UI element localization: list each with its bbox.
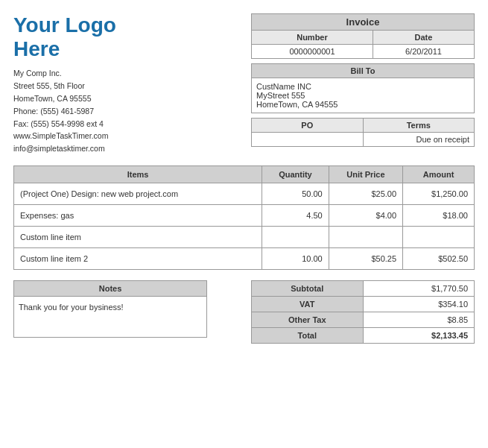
item-description: Custom line item 2 [14, 247, 262, 269]
items-table: Items Quantity Unit Price Amount (Projec… [13, 165, 475, 270]
subtotal-label: Subtotal [252, 280, 364, 296]
item-unit-price: $4.00 [329, 204, 402, 226]
number-col-header: Number [252, 31, 373, 45]
company-address2: HomeTown, CA 95555 [13, 92, 251, 105]
item-amount [403, 226, 475, 247]
company-fax: Fax: (555) 554-9998 ext 4 [13, 118, 251, 130]
logo-line1: Your Logo [13, 13, 116, 37]
item-amount: $502.50 [403, 247, 475, 269]
notes-value: Thank you for your bysiness! [14, 296, 207, 337]
total-value: $2,133.45 [363, 327, 475, 343]
vat-label: VAT [252, 296, 364, 312]
bill-to-line1: CustName INC [256, 82, 469, 91]
bill-to-label: Bill To [252, 64, 475, 78]
bill-to-address: CustName INC MyStreet 555 HomeTown, CA 9… [252, 78, 475, 113]
logo-line2: Here [13, 37, 60, 60]
logo-text: Your Logo Here [13, 13, 251, 61]
item-quantity: 10.00 [262, 247, 329, 269]
table-row: Expenses: gas4.50$4.00$18.00 [14, 204, 475, 226]
invoice-number: 0000000001 [252, 45, 373, 59]
company-phone: Phone: (555) 461-5987 [13, 105, 251, 118]
item-amount: $1,250.00 [403, 183, 475, 204]
totals-area: Subtotal $1,770.50 VAT $354.10 Other Tax… [251, 280, 475, 344]
col-unit-price: Unit Price [329, 165, 402, 183]
po-label: PO [252, 119, 364, 133]
notes-label: Notes [14, 280, 207, 296]
invoice-table-area: Invoice Number Date 0000000001 6/20/2011… [251, 13, 475, 147]
items-section: Items Quantity Unit Price Amount (Projec… [13, 165, 475, 270]
item-quantity: 4.50 [262, 204, 329, 226]
logo-area: Your Logo Here My Comp Inc. Street 555, … [13, 13, 251, 155]
po-value [252, 133, 364, 147]
po-terms-table: PO Terms Due on receipt [251, 118, 475, 147]
table-row: Custom line item 210.00$50.25$502.50 [14, 247, 475, 269]
vat-value: $354.10 [363, 296, 475, 312]
table-row: Custom line item [14, 226, 475, 247]
item-quantity [262, 226, 329, 247]
item-description: Expenses: gas [14, 204, 262, 226]
total-label: Total [252, 327, 364, 343]
bottom-section: Notes Thank you for your bysiness! Subto… [13, 280, 475, 344]
bill-to-table: Bill To CustName INC MyStreet 555 HomeTo… [251, 63, 475, 113]
notes-area: Notes Thank you for your bysiness! [13, 280, 207, 338]
item-quantity: 50.00 [262, 183, 329, 204]
item-description: (Project One) Design: new web project.co… [14, 183, 262, 204]
item-unit-price: $25.00 [329, 183, 402, 204]
terms-label: Terms [363, 119, 475, 133]
item-amount: $18.00 [403, 204, 475, 226]
terms-value: Due on receipt [363, 133, 475, 147]
item-description: Custom line item [14, 226, 262, 247]
totals-table: Subtotal $1,770.50 VAT $354.10 Other Tax… [251, 280, 475, 344]
invoice-title: Invoice [252, 14, 475, 31]
col-items: Items [14, 165, 262, 183]
notes-table: Notes Thank you for your bysiness! [13, 280, 207, 338]
invoice-info-table: Invoice Number Date 0000000001 6/20/2011 [251, 13, 475, 59]
other-tax-label: Other Tax [252, 312, 364, 327]
col-amount: Amount [403, 165, 475, 183]
item-unit-price: $50.25 [329, 247, 402, 269]
company-address1: Street 555, 5th Floor [13, 80, 251, 92]
company-name: My Comp Inc. [13, 67, 251, 80]
table-row: (Project One) Design: new web project.co… [14, 183, 475, 204]
item-unit-price [329, 226, 402, 247]
header: Your Logo Here My Comp Inc. Street 555, … [13, 13, 475, 155]
bill-to-line3: HomeTown, CA 94555 [256, 100, 469, 109]
col-quantity: Quantity [262, 165, 329, 183]
company-info: My Comp Inc. Street 555, 5th Floor HomeT… [13, 67, 251, 155]
company-website: www.SimpleTaskTimer.com [13, 130, 251, 142]
date-col-header: Date [373, 31, 474, 45]
bill-to-line2: MyStreet 555 [256, 91, 469, 100]
company-email: info@simpletasktimer.com [13, 142, 251, 155]
other-tax-value: $8.85 [363, 312, 475, 327]
subtotal-value: $1,770.50 [363, 280, 475, 296]
invoice-date: 6/20/2011 [373, 45, 474, 59]
